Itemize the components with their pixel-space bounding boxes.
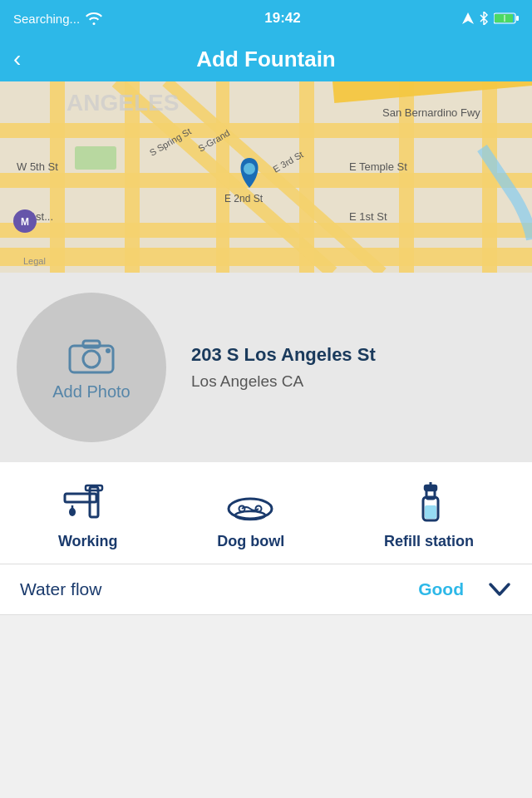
svg-rect-2 bbox=[495, 14, 513, 22]
svg-rect-49 bbox=[425, 505, 436, 519]
svg-text:Legal: Legal bbox=[23, 256, 46, 266]
status-left: Searching... bbox=[13, 12, 103, 26]
camera-icon bbox=[66, 334, 116, 376]
bottle-icon bbox=[402, 479, 456, 525]
svg-rect-48 bbox=[425, 485, 436, 490]
svg-text:E 1st St: E 1st St bbox=[349, 210, 387, 223]
dog-bowl-icon bbox=[224, 479, 278, 525]
water-flow-row[interactable]: Water flow Good bbox=[0, 564, 532, 615]
svg-rect-36 bbox=[83, 341, 100, 347]
feature-working[interactable]: Working bbox=[58, 479, 118, 550]
svg-text:E Temple St: E Temple St bbox=[349, 160, 407, 173]
feature-refill-station[interactable]: Refill station bbox=[384, 479, 474, 550]
status-right bbox=[462, 12, 519, 25]
status-time: 19:42 bbox=[264, 10, 300, 27]
feature-dog-bowl[interactable]: Dog bowl bbox=[217, 479, 284, 550]
svg-rect-38 bbox=[65, 494, 96, 502]
chevron-down-icon[interactable] bbox=[487, 581, 512, 598]
address-block: 203 S Los Angeles St Los Angeles CA bbox=[191, 344, 376, 391]
map-svg: W 5th St W 1st... E Temple St E 1st St S… bbox=[0, 81, 532, 273]
svg-point-37 bbox=[106, 348, 111, 353]
features-row: Working Dog bowl Re bbox=[0, 462, 532, 564]
svg-text:San Bernardino Fwy: San Bernardino Fwy bbox=[382, 106, 480, 119]
faucet-icon bbox=[61, 479, 115, 525]
add-photo-label: Add Photo bbox=[52, 382, 130, 401]
feature-working-label: Working bbox=[58, 533, 118, 550]
svg-rect-8 bbox=[0, 223, 532, 238]
address-line2: Los Angeles CA bbox=[191, 372, 376, 391]
svg-text:ANGELES: ANGELES bbox=[66, 90, 179, 116]
map-area[interactable]: W 5th St W 1st... E Temple St E 1st St S… bbox=[0, 81, 532, 273]
app-header: ‹ Add Fountain bbox=[0, 37, 532, 81]
svg-rect-9 bbox=[0, 248, 532, 266]
svg-marker-0 bbox=[462, 12, 474, 24]
svg-point-35 bbox=[83, 351, 100, 367]
svg-text:W 5th St: W 5th St bbox=[17, 160, 58, 173]
location-icon bbox=[462, 12, 474, 24]
status-bar: Searching... 19:42 bbox=[0, 0, 532, 37]
svg-rect-10 bbox=[50, 81, 65, 273]
address-line1: 203 S Los Angeles St bbox=[191, 344, 376, 366]
add-photo-button[interactable]: Add Photo bbox=[17, 293, 166, 442]
page-title: Add Fountain bbox=[196, 47, 336, 72]
feature-dog-bowl-label: Dog bowl bbox=[217, 533, 284, 550]
info-section: Add Photo 203 S Los Angeles St Los Angel… bbox=[0, 273, 532, 462]
water-flow-label: Water flow bbox=[20, 579, 405, 599]
searching-text: Searching... bbox=[13, 12, 80, 26]
battery-icon bbox=[494, 12, 519, 24]
svg-text:E 2nd St: E 2nd St bbox=[224, 193, 264, 204]
feature-refill-label: Refill station bbox=[384, 533, 474, 550]
bluetooth-icon bbox=[479, 12, 489, 25]
svg-rect-6 bbox=[0, 123, 532, 138]
back-button[interactable]: ‹ bbox=[13, 46, 21, 72]
svg-rect-3 bbox=[516, 16, 519, 21]
water-flow-value: Good bbox=[418, 579, 464, 599]
svg-rect-28 bbox=[75, 146, 116, 170]
wifi-icon bbox=[85, 12, 103, 25]
svg-point-33 bbox=[244, 163, 255, 175]
svg-text:M: M bbox=[21, 216, 29, 228]
